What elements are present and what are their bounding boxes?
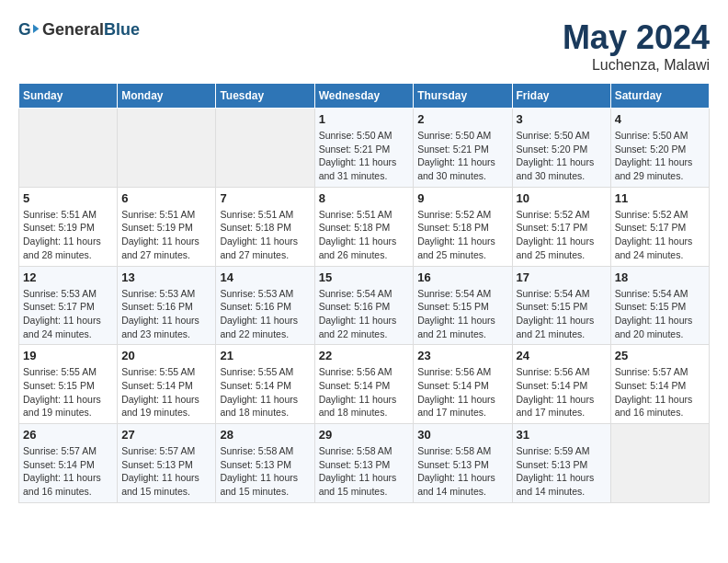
calendar-cell: 31Sunrise: 5:59 AMSunset: 5:13 PMDayligh… xyxy=(512,424,610,503)
weekday-header: Friday xyxy=(512,84,610,109)
calendar-cell: 12Sunrise: 5:53 AMSunset: 5:17 PMDayligh… xyxy=(19,266,118,345)
calendar-week-row: 12Sunrise: 5:53 AMSunset: 5:17 PMDayligh… xyxy=(19,266,710,345)
day-number: 21 xyxy=(220,349,310,362)
calendar-cell: 3Sunrise: 5:50 AMSunset: 5:20 PMDaylight… xyxy=(512,109,610,188)
day-info: Sunrise: 5:52 AMSunset: 5:17 PMDaylight:… xyxy=(615,208,705,262)
day-number: 20 xyxy=(121,349,211,362)
calendar-cell: 15Sunrise: 5:54 AMSunset: 5:16 PMDayligh… xyxy=(314,266,414,345)
calendar-cell: 14Sunrise: 5:53 AMSunset: 5:16 PMDayligh… xyxy=(216,266,314,345)
day-info: Sunrise: 5:50 AMSunset: 5:20 PMDaylight:… xyxy=(615,129,705,183)
day-info: Sunrise: 5:50 AMSunset: 5:21 PMDaylight:… xyxy=(319,129,410,183)
calendar-cell: 22Sunrise: 5:56 AMSunset: 5:14 PMDayligh… xyxy=(314,345,414,424)
logo: G General Blue xyxy=(18,18,140,40)
day-info: Sunrise: 5:53 AMSunset: 5:17 PMDaylight:… xyxy=(23,287,113,341)
day-info: Sunrise: 5:54 AMSunset: 5:15 PMDaylight:… xyxy=(615,287,705,341)
day-info: Sunrise: 5:52 AMSunset: 5:18 PMDaylight:… xyxy=(417,208,507,262)
calendar-cell: 18Sunrise: 5:54 AMSunset: 5:15 PMDayligh… xyxy=(610,266,709,345)
day-number: 27 xyxy=(121,428,211,442)
calendar-cell xyxy=(216,109,314,188)
day-info: Sunrise: 5:55 AMSunset: 5:14 PMDaylight:… xyxy=(220,365,310,419)
day-number: 25 xyxy=(615,349,705,362)
day-info: Sunrise: 5:51 AMSunset: 5:18 PMDaylight:… xyxy=(319,208,410,262)
day-number: 1 xyxy=(319,112,410,126)
calendar-week-row: 1Sunrise: 5:50 AMSunset: 5:21 PMDaylight… xyxy=(19,109,710,188)
day-number: 17 xyxy=(517,270,607,284)
day-info: Sunrise: 5:56 AMSunset: 5:14 PMDaylight:… xyxy=(517,365,607,419)
day-number: 13 xyxy=(121,270,211,284)
calendar-cell: 1Sunrise: 5:50 AMSunset: 5:21 PMDaylight… xyxy=(314,109,414,188)
day-info: Sunrise: 5:57 AMSunset: 5:13 PMDaylight:… xyxy=(121,444,211,499)
day-info: Sunrise: 5:51 AMSunset: 5:18 PMDaylight:… xyxy=(220,208,310,262)
day-info: Sunrise: 5:56 AMSunset: 5:14 PMDaylight:… xyxy=(417,365,507,419)
day-number: 12 xyxy=(23,270,113,284)
calendar-week-row: 19Sunrise: 5:55 AMSunset: 5:15 PMDayligh… xyxy=(19,345,710,424)
day-info: Sunrise: 5:52 AMSunset: 5:17 PMDaylight:… xyxy=(517,208,607,262)
day-number: 23 xyxy=(417,349,507,362)
title-block: May 2024 Luchenza, Malawi xyxy=(563,18,710,74)
day-info: Sunrise: 5:57 AMSunset: 5:14 PMDaylight:… xyxy=(23,444,113,499)
logo-icon: G xyxy=(18,18,40,40)
calendar-cell: 17Sunrise: 5:54 AMSunset: 5:15 PMDayligh… xyxy=(512,266,610,345)
calendar-cell: 2Sunrise: 5:50 AMSunset: 5:21 PMDaylight… xyxy=(414,109,512,188)
day-number: 24 xyxy=(517,349,607,362)
day-number: 5 xyxy=(23,191,113,205)
day-info: Sunrise: 5:58 AMSunset: 5:13 PMDaylight:… xyxy=(417,444,507,499)
weekday-row: SundayMondayTuesdayWednesdayThursdayFrid… xyxy=(19,84,710,109)
calendar-cell: 23Sunrise: 5:56 AMSunset: 5:14 PMDayligh… xyxy=(414,345,512,424)
day-info: Sunrise: 5:58 AMSunset: 5:13 PMDaylight:… xyxy=(319,444,410,499)
day-info: Sunrise: 5:55 AMSunset: 5:14 PMDaylight:… xyxy=(121,365,211,419)
day-info: Sunrise: 5:50 AMSunset: 5:20 PMDaylight:… xyxy=(517,129,607,183)
weekday-header: Thursday xyxy=(414,84,512,109)
calendar-cell: 5Sunrise: 5:51 AMSunset: 5:19 PMDaylight… xyxy=(19,187,118,266)
calendar-cell: 19Sunrise: 5:55 AMSunset: 5:15 PMDayligh… xyxy=(19,345,118,424)
day-number: 19 xyxy=(23,349,113,362)
weekday-header: Wednesday xyxy=(314,84,414,109)
calendar-subtitle: Luchenza, Malawi xyxy=(563,57,710,74)
day-number: 6 xyxy=(121,191,211,205)
calendar-cell: 13Sunrise: 5:53 AMSunset: 5:16 PMDayligh… xyxy=(118,266,216,345)
weekday-header: Saturday xyxy=(610,84,709,109)
logo-general-text: General xyxy=(42,20,104,40)
calendar-cell: 29Sunrise: 5:58 AMSunset: 5:13 PMDayligh… xyxy=(314,424,414,503)
calendar-cell xyxy=(610,424,709,503)
calendar-cell: 26Sunrise: 5:57 AMSunset: 5:14 PMDayligh… xyxy=(19,424,118,503)
svg-text:G: G xyxy=(18,20,31,39)
calendar-body: 1Sunrise: 5:50 AMSunset: 5:21 PMDaylight… xyxy=(19,109,710,503)
day-number: 31 xyxy=(517,428,607,442)
calendar-cell: 30Sunrise: 5:58 AMSunset: 5:13 PMDayligh… xyxy=(414,424,512,503)
calendar-week-row: 5Sunrise: 5:51 AMSunset: 5:19 PMDaylight… xyxy=(19,187,710,266)
day-info: Sunrise: 5:57 AMSunset: 5:14 PMDaylight:… xyxy=(615,365,705,419)
calendar-cell: 28Sunrise: 5:58 AMSunset: 5:13 PMDayligh… xyxy=(216,424,314,503)
day-info: Sunrise: 5:51 AMSunset: 5:19 PMDaylight:… xyxy=(23,208,113,262)
weekday-header: Tuesday xyxy=(216,84,314,109)
weekday-header: Monday xyxy=(118,84,216,109)
day-number: 28 xyxy=(220,428,310,442)
day-number: 11 xyxy=(615,191,705,205)
day-number: 15 xyxy=(319,270,410,284)
day-info: Sunrise: 5:51 AMSunset: 5:19 PMDaylight:… xyxy=(121,208,211,262)
day-number: 7 xyxy=(220,191,310,205)
calendar-week-row: 26Sunrise: 5:57 AMSunset: 5:14 PMDayligh… xyxy=(19,424,710,503)
day-info: Sunrise: 5:54 AMSunset: 5:16 PMDaylight:… xyxy=(319,287,410,341)
calendar-cell: 11Sunrise: 5:52 AMSunset: 5:17 PMDayligh… xyxy=(610,187,709,266)
day-number: 16 xyxy=(417,270,507,284)
calendar-cell: 7Sunrise: 5:51 AMSunset: 5:18 PMDaylight… xyxy=(216,187,314,266)
calendar-header: SundayMondayTuesdayWednesdayThursdayFrid… xyxy=(19,84,710,109)
calendar-cell xyxy=(19,109,118,188)
page-header: G General Blue May 2024 Luchenza, Malawi xyxy=(18,18,710,74)
calendar-cell: 24Sunrise: 5:56 AMSunset: 5:14 PMDayligh… xyxy=(512,345,610,424)
day-number: 8 xyxy=(319,191,410,205)
day-info: Sunrise: 5:53 AMSunset: 5:16 PMDaylight:… xyxy=(121,287,211,341)
calendar-cell: 27Sunrise: 5:57 AMSunset: 5:13 PMDayligh… xyxy=(118,424,216,503)
day-info: Sunrise: 5:54 AMSunset: 5:15 PMDaylight:… xyxy=(417,287,507,341)
day-number: 10 xyxy=(517,191,607,205)
day-number: 26 xyxy=(23,428,113,442)
svg-marker-1 xyxy=(33,24,39,33)
calendar-cell: 25Sunrise: 5:57 AMSunset: 5:14 PMDayligh… xyxy=(610,345,709,424)
day-number: 9 xyxy=(417,191,507,205)
day-info: Sunrise: 5:58 AMSunset: 5:13 PMDaylight:… xyxy=(220,444,310,499)
day-info: Sunrise: 5:54 AMSunset: 5:15 PMDaylight:… xyxy=(517,287,607,341)
calendar-cell: 10Sunrise: 5:52 AMSunset: 5:17 PMDayligh… xyxy=(512,187,610,266)
day-info: Sunrise: 5:53 AMSunset: 5:16 PMDaylight:… xyxy=(220,287,310,341)
calendar-cell: 4Sunrise: 5:50 AMSunset: 5:20 PMDaylight… xyxy=(610,109,709,188)
